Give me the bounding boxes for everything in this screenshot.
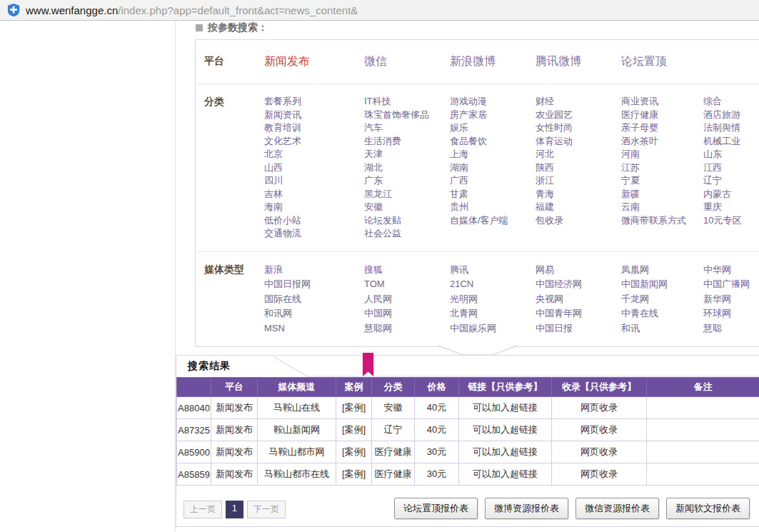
category-filter-link[interactable]: 亲子母婴 xyxy=(621,121,703,135)
cell-case-link[interactable]: [案例] xyxy=(336,463,372,486)
category-filter-link[interactable]: 社会公益 xyxy=(364,227,450,241)
media-filter-link[interactable]: 网易 xyxy=(536,263,621,278)
media-filter-link[interactable]: 中国经济网 xyxy=(536,277,621,292)
category-filter-link[interactable]: 河北 xyxy=(536,148,621,161)
media-filter-link[interactable]: MSN xyxy=(264,321,364,336)
category-filter-link[interactable]: 娱乐 xyxy=(450,121,536,135)
platform-filter-link[interactable]: 微信 xyxy=(364,54,450,69)
category-filter-link[interactable]: 湖北 xyxy=(364,161,450,175)
category-filter-link[interactable]: 财经 xyxy=(536,95,621,109)
category-filter-link[interactable]: 宁夏 xyxy=(621,174,703,188)
category-filter-link[interactable]: 微商带联系方式 xyxy=(621,214,703,228)
category-filter-link[interactable]: 女性时尚 xyxy=(536,121,621,135)
media-filter-link[interactable]: 慧聪 xyxy=(703,321,759,336)
category-filter-link[interactable]: 食品餐饮 xyxy=(450,135,536,149)
category-filter-link[interactable]: 安徽 xyxy=(364,201,450,214)
category-filter-link[interactable]: 医疗健康 xyxy=(621,109,703,122)
media-filter-link[interactable]: 国际在线 xyxy=(264,292,364,307)
media-filter-link[interactable]: 中国广播网 xyxy=(703,277,759,292)
media-filter-link[interactable]: 中青在线 xyxy=(621,306,703,321)
media-filter-link[interactable]: 央视网 xyxy=(536,292,621,307)
media-filter-link[interactable]: 光明网 xyxy=(450,292,536,307)
category-filter-link[interactable]: 新闻资讯 xyxy=(264,109,364,122)
category-filter-link[interactable]: 内蒙古 xyxy=(703,188,759,201)
price-list-button[interactable]: 新闻软文报价表 xyxy=(666,498,750,519)
media-filter-link[interactable]: 中华网 xyxy=(703,263,759,278)
prev-page-button[interactable]: 上一页 xyxy=(184,501,222,518)
media-filter-link[interactable]: 千龙网 xyxy=(621,292,703,307)
media-filter-link[interactable]: 中国日报 xyxy=(536,321,621,336)
price-list-button[interactable]: 论坛置顶报价表 xyxy=(394,498,478,519)
category-filter-link[interactable]: 体育运动 xyxy=(536,135,621,149)
category-filter-link[interactable]: 广东 xyxy=(364,174,450,188)
category-filter-link[interactable]: 陕西 xyxy=(536,161,621,175)
media-filter-link[interactable]: 中国娱乐网 xyxy=(450,321,536,336)
next-page-button[interactable]: 下一页 xyxy=(247,501,286,518)
category-filter-link[interactable]: 辽宁 xyxy=(703,174,759,188)
media-filter-link[interactable]: 和讯网 xyxy=(264,306,364,321)
category-filter-link[interactable]: 农业园艺 xyxy=(536,109,621,122)
browser-address-bar[interactable]: www.wenfangge.cn/index.php?app=default_f… xyxy=(0,0,759,21)
media-filter-link[interactable]: 新华网 xyxy=(703,292,759,307)
category-filter-link[interactable]: 论坛发贴 xyxy=(364,214,450,228)
category-filter-link[interactable]: 酒店旅游 xyxy=(703,109,759,122)
category-filter-link[interactable]: 生活消费 xyxy=(364,135,450,149)
category-filter-link[interactable]: 云南 xyxy=(621,201,703,214)
category-filter-link[interactable]: 酒水茶叶 xyxy=(621,135,703,149)
category-filter-link[interactable]: 湖南 xyxy=(450,161,536,175)
category-filter-link[interactable]: 吉林 xyxy=(264,188,364,201)
panel-collapse-handle[interactable] xyxy=(438,346,517,356)
category-filter-link[interactable]: IT科技 xyxy=(364,95,450,109)
category-filter-link[interactable]: 青海 xyxy=(536,188,621,201)
category-filter-link[interactable]: 上海 xyxy=(450,148,536,161)
category-filter-link[interactable]: 包收录 xyxy=(536,214,621,228)
category-filter-link[interactable]: 贵州 xyxy=(450,201,536,214)
media-filter-link[interactable]: 腾讯 xyxy=(450,263,536,278)
media-filter-link[interactable]: 搜狐 xyxy=(364,263,450,278)
platform-filter-link[interactable]: 新浪微博 xyxy=(450,54,536,69)
category-filter-link[interactable]: 汽车 xyxy=(364,121,450,135)
category-filter-link[interactable]: 福建 xyxy=(536,201,621,214)
category-filter-link[interactable]: 北京 xyxy=(264,148,364,161)
media-filter-link[interactable]: 凤凰网 xyxy=(621,263,703,278)
category-filter-link[interactable]: 甘肃 xyxy=(450,188,536,201)
media-filter-link[interactable]: TOM xyxy=(364,277,450,292)
platform-filter-link[interactable]: 腾讯微博 xyxy=(536,54,621,69)
category-filter-link[interactable]: 重庆 xyxy=(703,201,759,214)
category-filter-link[interactable]: 河南 xyxy=(621,148,703,161)
category-filter-link[interactable]: 低价小站 xyxy=(264,214,364,228)
category-filter-link[interactable]: 自媒体/客户端 xyxy=(450,214,536,228)
category-filter-link[interactable]: 房产家居 xyxy=(450,109,536,122)
category-filter-link[interactable]: 山西 xyxy=(264,161,364,175)
category-filter-link[interactable]: 广西 xyxy=(450,174,536,188)
cell-case-link[interactable]: [案例] xyxy=(336,397,372,419)
media-filter-link[interactable]: 环球网 xyxy=(703,306,759,321)
category-filter-link[interactable]: 珠宝首饰奢侈品 xyxy=(364,109,450,122)
platform-filter-link[interactable]: 论坛置顶 xyxy=(621,54,703,69)
category-filter-link[interactable]: 法制舆情 xyxy=(703,121,759,135)
media-filter-link[interactable]: 新浪 xyxy=(264,263,364,278)
category-filter-link[interactable]: 综合 xyxy=(703,95,759,109)
media-filter-link[interactable]: 人民网 xyxy=(364,292,450,307)
media-filter-link[interactable]: 中国青年网 xyxy=(536,306,621,321)
category-filter-link[interactable]: 交通物流 xyxy=(264,227,364,241)
price-list-button[interactable]: 微博资源报价表 xyxy=(485,498,568,519)
category-filter-link[interactable]: 机械工业 xyxy=(703,135,759,149)
category-filter-link[interactable]: 新疆 xyxy=(621,188,703,201)
media-filter-link[interactable]: 和讯 xyxy=(621,321,703,336)
category-filter-link[interactable]: 江苏 xyxy=(621,161,703,175)
category-filter-link[interactable]: 四川 xyxy=(264,174,364,188)
category-filter-link[interactable]: 商业资讯 xyxy=(621,95,703,109)
media-filter-link[interactable]: 中国日报网 xyxy=(264,277,364,292)
category-filter-link[interactable]: 黑龙江 xyxy=(364,188,450,201)
media-filter-link[interactable]: 中国新闻网 xyxy=(621,277,703,292)
current-page-button[interactable]: 1 xyxy=(226,501,243,518)
category-filter-link[interactable]: 海南 xyxy=(264,201,364,214)
media-filter-link[interactable]: 慧聪网 xyxy=(364,321,450,336)
category-filter-link[interactable]: 游戏动漫 xyxy=(450,95,536,109)
category-filter-link[interactable]: 文化艺术 xyxy=(264,135,364,149)
category-filter-link[interactable]: 天津 xyxy=(364,148,450,161)
category-filter-link[interactable]: 套餐系列 xyxy=(264,95,364,109)
price-list-button[interactable]: 微信资源报价表 xyxy=(575,498,659,519)
category-filter-link[interactable]: 10元专区 xyxy=(703,214,759,228)
